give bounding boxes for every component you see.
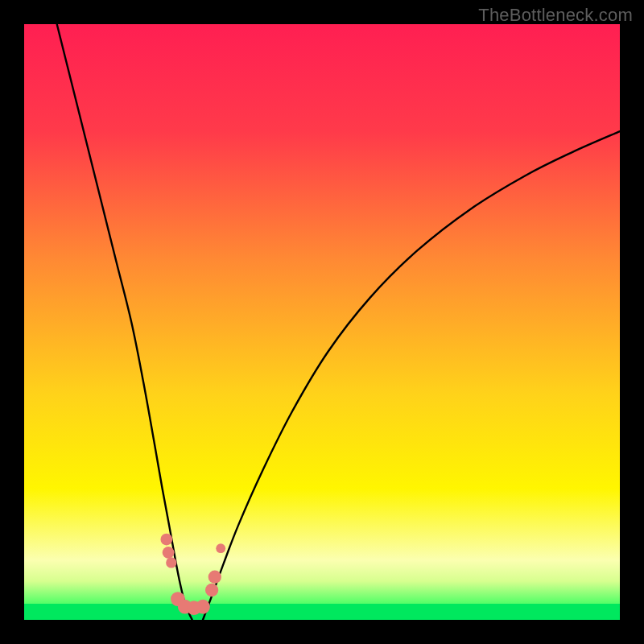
data-marker <box>166 557 176 568</box>
data-marker <box>163 547 175 559</box>
bottleneck-curve-right-branch <box>203 131 620 620</box>
data-marker <box>205 584 218 597</box>
data-marker <box>216 543 225 553</box>
watermark-text: TheBottleneck.com <box>478 5 633 26</box>
bottleneck-curve-left-branch <box>57 24 192 620</box>
data-marker <box>208 571 221 584</box>
outer-frame: TheBottleneck.com <box>0 0 644 644</box>
data-marker <box>160 534 172 546</box>
data-marker <box>196 600 210 614</box>
curve-layer <box>24 24 620 620</box>
plot-area <box>24 24 620 620</box>
